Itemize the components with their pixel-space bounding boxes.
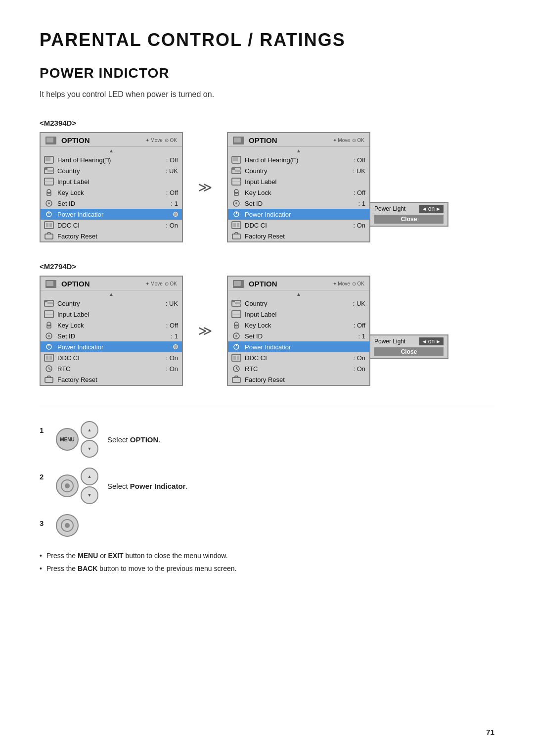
r2-input-icon — [231, 310, 242, 319]
ddc-icon — [44, 221, 54, 230]
svg-rect-61 — [232, 300, 235, 302]
power-light-popup-m2394d: Power Light ◄ on ► Close — [369, 202, 448, 227]
osd-row-r-factory: Factory Reset — [228, 231, 369, 241]
svg-rect-34 — [232, 222, 241, 229]
factory-icon — [44, 232, 54, 240]
page-number: 71 — [486, 728, 494, 736]
input-label: Input Label — [57, 178, 178, 186]
step-2-row: 2 ▲ ▼ Select Power Indicator. — [40, 468, 494, 504]
osd-row-2-rtc: RTC : On — [41, 363, 182, 374]
right-arrow-icon-m2794d: ► — [436, 338, 441, 344]
svg-rect-72 — [233, 356, 236, 360]
osd-row-2-input: Input Label — [41, 309, 182, 320]
osd-up-arrow: ▲ — [41, 147, 182, 154]
2-power-radio — [173, 344, 178, 349]
osd-row-r-keylock: Key Lock : Off — [228, 187, 369, 198]
osd-row-r-power: Power Indicatior Power Light ◄ on ► — [228, 209, 369, 220]
osd-header-left-m2794d: OPTION ✦ Move ⊙ OK — [41, 277, 182, 290]
power-light-row-m2794d: Power Light ◄ on ► — [374, 337, 444, 345]
osd-row-r2-input: Input Label — [228, 309, 369, 320]
m2394d-diagrams-row: OPTION ✦ Move ⊙ OK ▲ Hard of Hearing(□) … — [40, 132, 494, 242]
step-1-icons: MENU ▲ ▼ — [56, 421, 98, 458]
svg-point-45 — [47, 322, 51, 326]
up-button-step2-icon: ▲ — [81, 468, 98, 485]
osd-row-factory: Factory Reset — [41, 231, 182, 241]
ddc-value: : On — [166, 222, 178, 229]
power-light-value: on — [428, 205, 435, 212]
up-button-icon: ▲ — [81, 421, 98, 439]
section-divider — [40, 406, 494, 406]
osd-rows-left-m2394d: Hard of Hearing(□) : Off Country : UK — [41, 154, 182, 241]
hearing-value: : Off — [166, 156, 178, 164]
r2-factory-icon — [231, 375, 242, 384]
note-2: Press the BACK button to move to the pre… — [40, 565, 494, 572]
close-button-m2794d[interactable]: Close — [374, 347, 444, 356]
osd-nav-hint-m2794d: ✦ Move ⊙ OK — [145, 281, 177, 286]
nav-buttons: ▲ ▼ — [81, 421, 98, 458]
r2-country-icon — [231, 299, 242, 308]
r-setid-icon — [231, 199, 242, 208]
svg-rect-77 — [232, 378, 240, 382]
left-arrow-icon-m2794d: ◄ — [422, 338, 427, 344]
model-m2394d-section: <M2394D> OPTION ✦ Move ⊙ OK — [40, 119, 494, 242]
description: It helps you control LED when power is t… — [40, 90, 494, 99]
2-country-icon — [44, 299, 54, 308]
arrow-m2394d: ≫ — [198, 179, 212, 195]
osd-row-hearing: Hard of Hearing(□) : Off — [41, 154, 182, 165]
2-keylock-icon — [44, 321, 54, 330]
osd-header-left-m2394d: OPTION ✦ Move ⊙ OK — [41, 133, 182, 147]
osd-right-m2394d-wrapper: OPTION ✦ Move ⊙ OK ▲ Hard of Hearing(□) … — [227, 132, 370, 242]
r2-rtc-icon — [231, 364, 242, 373]
2-ddc-icon — [44, 353, 54, 362]
osd-row-r2-power: Power Indicatior Power Light ◄ on ► — [228, 341, 369, 352]
section-title: POWER INDICTOR — [40, 65, 494, 81]
svg-rect-41 — [44, 300, 47, 302]
osd-row-power: Power Indicatior — [41, 209, 182, 220]
osd-right-m2794d-wrapper: OPTION ✦ Move ⊙ OK ▲ Country : UK — [227, 276, 370, 386]
ddc-label: DDC CI — [57, 222, 166, 229]
svg-rect-39 — [46, 281, 53, 286]
r-country-icon — [231, 166, 242, 175]
osd-row-setid: Set ID : 1 — [41, 198, 182, 209]
power-label: Power Indicatior — [57, 211, 171, 218]
main-title: PARENTAL CONTROL / RATINGS — [40, 30, 494, 50]
r2-ddc-icon — [231, 353, 242, 362]
close-button-m2394d[interactable]: Close — [374, 215, 444, 224]
svg-point-9 — [47, 189, 51, 193]
svg-point-81 — [65, 523, 70, 528]
move-icon-right-m2794d: ✦ Move — [333, 281, 350, 286]
right-arrow-icon: ► — [436, 206, 441, 212]
power-light-nav-m2794d[interactable]: ◄ on ► — [419, 337, 444, 345]
power-light-nav[interactable]: ◄ on ► — [419, 205, 444, 213]
power-light-value-m2794d: on — [428, 338, 435, 345]
osd-row-r2-setid: Set ID : 1 — [228, 331, 369, 341]
osd-right-m2394d: OPTION ✦ Move ⊙ OK ▲ Hard of Hearing(□) … — [227, 132, 370, 242]
ok-icon-m2794d: ⊙ OK — [165, 281, 177, 286]
svg-point-79 — [65, 483, 70, 488]
power-radio — [173, 212, 178, 217]
osd-left-m2794d: OPTION ✦ Move ⊙ OK ▲ Country : UK — [40, 276, 183, 386]
osd-nav-hint: ✦ Move ⊙ OK — [145, 138, 177, 143]
page-content: PARENTAL CONTROL / RATINGS POWER INDICTO… — [0, 0, 534, 607]
power-light-popup-m2794d: Power Light ◄ on ► Close — [369, 334, 448, 359]
osd-up-arrow-m2794d: ▲ — [41, 290, 182, 298]
osd-rows-right-m2394d: Hard of Hearing(□) : Off Country : UK In… — [228, 154, 369, 241]
osd-right-m2794d: OPTION ✦ Move ⊙ OK ▲ Country : UK — [227, 276, 370, 386]
osd-row-r-ddc: DDC CI : On — [228, 220, 369, 231]
osd-header-icon-m2794d — [45, 280, 56, 288]
step-3-number: 3 — [40, 519, 47, 527]
svg-rect-59 — [234, 281, 241, 286]
svg-rect-37 — [232, 234, 240, 239]
hearing-icon — [44, 155, 54, 164]
svg-rect-20 — [234, 138, 241, 142]
svg-rect-15 — [44, 222, 53, 229]
osd-row-keylock: Key Lock : Off — [41, 187, 182, 198]
r-keylock-icon — [231, 188, 242, 197]
r-power-icon — [231, 210, 242, 219]
notes-section: Press the MENU or EXIT button to close t… — [40, 552, 494, 572]
osd-row-2-setid: Set ID : 1 — [41, 331, 182, 341]
osd-title-right-m2794d: OPTION — [249, 280, 328, 288]
down-button-icon: ▼ — [81, 440, 98, 458]
power-light-row: Power Light ◄ on ► — [374, 205, 444, 213]
svg-point-48 — [48, 335, 50, 337]
